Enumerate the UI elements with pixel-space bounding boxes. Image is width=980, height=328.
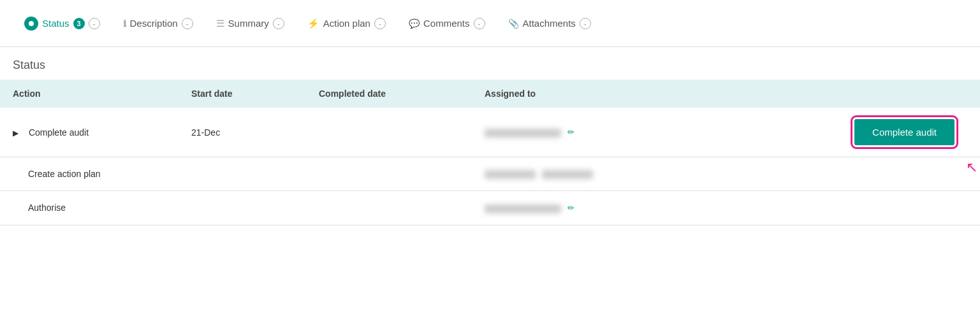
assigned-to-blurred-sm2 — [542, 170, 593, 179]
summary-collapse-btn[interactable]: - — [273, 18, 284, 29]
row1-start-date: 21-Dec — [179, 108, 306, 157]
complete-audit-button-wrapper: Complete audit ↖ — [854, 119, 954, 145]
tab-summary[interactable]: ☰ Summary - — [205, 18, 296, 29]
row2-start-date — [179, 157, 306, 191]
row3-button-cell — [663, 191, 980, 225]
info-icon: ℹ — [123, 18, 126, 29]
comment-icon: 💬 — [409, 18, 420, 29]
status-table: Action Start date Completed date Assigne… — [0, 80, 980, 225]
row2-button-cell — [663, 157, 980, 191]
row1-button-cell: Complete audit ↖ — [663, 108, 980, 157]
action-plan-collapse-btn[interactable]: - — [374, 18, 386, 29]
tab-status[interactable]: Status 3 - — [13, 17, 112, 31]
tab-attachments[interactable]: 📎 Attachments - — [497, 18, 603, 29]
header-completed-date: Completed date — [306, 80, 472, 108]
row3-start-date — [179, 191, 306, 225]
header-assigned-to: Assigned to — [472, 80, 663, 108]
row1-action-label: Complete audit — [29, 127, 89, 138]
tab-status-label: Status — [42, 18, 69, 29]
paperclip-icon: 📎 — [508, 18, 519, 29]
table-row: Create action plan — [0, 157, 980, 191]
row3-action-label: Authorise — [28, 203, 66, 213]
tab-description[interactable]: ℹ Description - — [112, 18, 205, 29]
table-header-row: Action Start date Completed date Assigne… — [0, 80, 980, 108]
tab-comments[interactable]: 💬 Comments - — [397, 18, 497, 29]
tab-attachments-label: Attachments — [523, 18, 576, 29]
tab-description-label: Description — [130, 18, 178, 29]
status-icon — [24, 17, 38, 31]
top-navigation: Status 3 - ℹ Description - ☰ Summary - ⚡… — [0, 0, 980, 47]
row2-assigned-to — [472, 157, 663, 191]
play-icon[interactable]: ▶ — [13, 129, 18, 138]
edit-icon-row3[interactable]: ✏ — [567, 203, 574, 213]
row1-completed-date — [306, 108, 472, 157]
table-row: ▶ Complete audit 21-Dec ✏ Complete audit… — [0, 108, 980, 157]
row1-assigned-to: ✏ — [472, 108, 663, 157]
section-title: Status — [0, 47, 980, 80]
list-icon: ☰ — [216, 18, 224, 29]
row3-assigned-to: ✏ — [472, 191, 663, 225]
assigned-to-blurred-row3 — [485, 204, 561, 213]
description-collapse-btn[interactable]: - — [182, 18, 193, 29]
row2-action-label: Create action plan — [28, 169, 101, 179]
comments-collapse-btn[interactable]: - — [474, 18, 485, 29]
row1-action-cell: ▶ Complete audit — [0, 108, 179, 157]
row3-completed-date — [306, 191, 472, 225]
assigned-to-blurred — [485, 129, 561, 138]
edit-icon[interactable]: ✏ — [567, 127, 574, 137]
tab-action-plan-label: Action plan — [323, 18, 370, 29]
attachments-collapse-btn[interactable]: - — [580, 18, 591, 29]
tab-action-plan[interactable]: ⚡ Action plan - — [296, 18, 397, 29]
header-start-date: Start date — [179, 80, 306, 108]
status-collapse-btn[interactable]: - — [89, 18, 100, 29]
table-row: Authorise ✏ — [0, 191, 980, 225]
row3-action-cell: Authorise — [0, 191, 179, 225]
assigned-to-blurred-sm — [485, 170, 536, 179]
complete-audit-button[interactable]: Complete audit — [854, 119, 954, 145]
status-badge: 3 — [73, 18, 85, 29]
tab-comments-label: Comments — [423, 18, 470, 29]
row2-action-cell: Create action plan — [0, 157, 179, 191]
tab-summary-label: Summary — [228, 18, 269, 29]
bolt-icon: ⚡ — [307, 18, 319, 29]
row2-completed-date — [306, 157, 472, 191]
header-action: Action — [0, 80, 179, 108]
header-action-button — [663, 80, 980, 108]
